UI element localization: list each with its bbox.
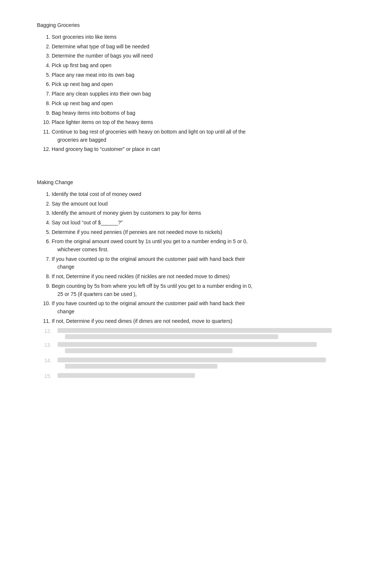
list-item: Identify the total cost of of money owed: [52, 190, 362, 199]
list-item: If you have counted up to the original a…: [52, 255, 362, 271]
list-item: Determine if you need pennies (If pennie…: [52, 228, 362, 237]
list-item: Place any clean supplies into their own …: [52, 90, 362, 98]
bagging-title: Bagging Groceries: [37, 22, 362, 28]
list-item: Sort groceries into like items: [52, 33, 362, 41]
list-item: Place any raw meat into its own bag: [52, 71, 362, 79]
bagging-list: Sort groceries into like items Determine…: [37, 33, 362, 154]
list-item: Begin counting by 5s from where you left…: [52, 282, 362, 298]
list-item: Pick up next bag and open: [52, 100, 362, 108]
list-item: Determine what type of bag will be neede…: [52, 43, 362, 51]
list-item: Say the amount out loud: [52, 200, 362, 208]
list-item: Pick up first bag and open: [52, 62, 362, 70]
blurred-content: 12. 13. 14. 15.: [44, 328, 362, 379]
list-item: From the original amount owed count by 1…: [52, 238, 362, 253]
list-item: Identify the amount of money given by cu…: [52, 209, 362, 217]
list-item: Bag heavy items into bottoms of bag: [52, 109, 362, 117]
list-item: Determine the number of bags you will ne…: [52, 52, 362, 60]
list-item: Pick up next bag and open: [52, 80, 362, 89]
bagging-section: Bagging Groceries Sort groceries into li…: [37, 22, 362, 154]
list-item: If you have counted up to the original a…: [52, 300, 362, 315]
list-item: If not, Determine if you need nickles (i…: [52, 273, 362, 281]
making-change-title: Making Change: [37, 179, 362, 185]
list-item: Say out loud “out of $______?”: [52, 219, 362, 227]
list-item: If not, Determine if you need dimes (if …: [52, 317, 362, 325]
making-change-section: Making Change Identify the total cost of…: [37, 179, 362, 379]
list-item: Hand grocery bag to “customer” or place …: [52, 145, 362, 154]
list-item: Place lighter items on top of the heavy …: [52, 118, 362, 127]
making-change-list: Identify the total cost of of money owed…: [37, 190, 362, 325]
list-item: Continue to bag rest of groceries with h…: [52, 128, 362, 144]
